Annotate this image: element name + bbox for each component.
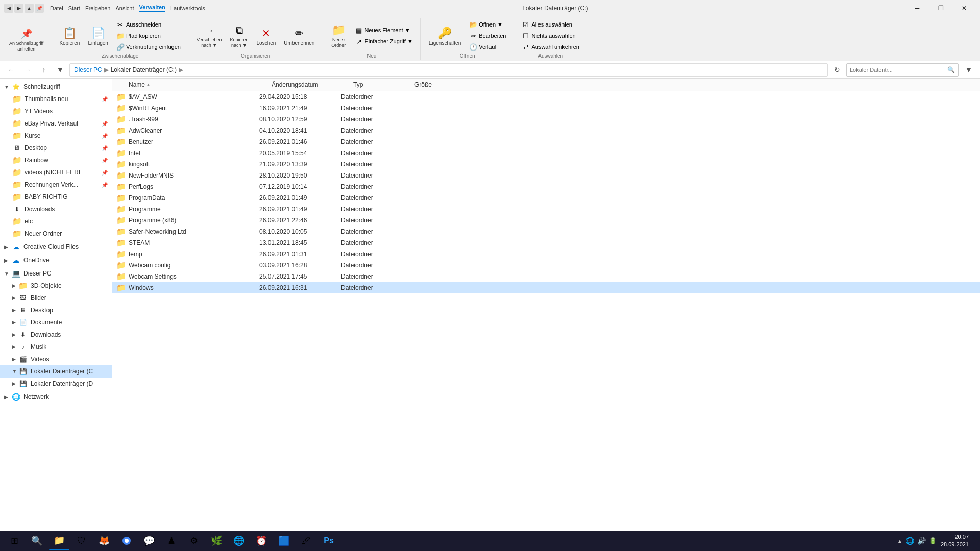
tray-network[interactable]: 🌐 xyxy=(905,537,914,545)
breadcrumb-current[interactable]: Lokaler Datenträger (C:) xyxy=(111,66,177,73)
sidebar-item-rechnungen[interactable]: 📁 Rechnungen Verk... 📌 xyxy=(0,179,112,191)
quick-access-up[interactable]: ▲ xyxy=(24,4,34,13)
sidebar-group-dieser-pc[interactable]: ▼ 💻 Dieser PC xyxy=(0,267,112,280)
table-row[interactable]: 📁 temp 26.09.2021 01:31 Dateiordner xyxy=(112,248,980,260)
ribbon-btn-kopieren2[interactable]: ⧉ Kopierennach ▼ xyxy=(227,21,251,50)
ribbon-btn-ausschneiden[interactable]: ✂ Ausschneiden xyxy=(113,19,184,30)
ribbon-btn-loeschen[interactable]: ✕ Löschen xyxy=(254,24,279,47)
ribbon-btn-eigenschaften[interactable]: 🔑 Eigenschaften xyxy=(426,24,464,47)
ribbon-tab-start[interactable]: Start xyxy=(68,5,80,11)
ribbon-btn-verknuepfung[interactable]: 🔗 Verknüpfung einfügen xyxy=(113,42,184,52)
ribbon-btn-verschieben[interactable]: → Verschiebennach ▼ xyxy=(193,21,225,50)
table-row[interactable]: 📁 .Trash-999 08.10.2020 12:59 Dateiordne… xyxy=(112,114,980,125)
app-9[interactable]: ⚙ xyxy=(184,531,204,550)
ribbon-tab-ansicht[interactable]: Ansicht xyxy=(115,5,134,11)
firefox-button[interactable]: 🦊 xyxy=(94,531,114,550)
ribbon-tab-laufwerktools[interactable]: Laufwerktools xyxy=(170,5,205,11)
search-bar[interactable]: 🔍 xyxy=(846,63,959,77)
tray-battery[interactable]: 🔋 xyxy=(929,537,937,544)
ribbon-btn-kopieren[interactable]: 📋 Kopieren xyxy=(56,24,83,47)
table-row[interactable]: 📁 Safer-Networking Ltd 08.10.2020 10:05 … xyxy=(112,226,980,237)
photoshop-button[interactable]: Ps xyxy=(318,531,339,550)
back-button[interactable]: ← xyxy=(4,63,18,77)
ribbon-btn-bearbeiten[interactable]: ✏ Bearbeiten xyxy=(466,31,509,41)
sidebar-group-schnellzugriff[interactable]: ▼ ⭐ Schnellzugriff xyxy=(0,81,112,93)
quick-access-back[interactable]: ◀ xyxy=(4,4,13,13)
ribbon-tab-datei[interactable]: Datei xyxy=(50,5,63,11)
chrome-button[interactable] xyxy=(116,531,137,550)
refresh-button[interactable]: ↻ xyxy=(830,63,844,77)
start-button[interactable]: ⊞ xyxy=(4,531,24,550)
col-header-name[interactable]: Name ▲ xyxy=(127,80,270,89)
ribbon-tab-freigeben[interactable]: Freigeben xyxy=(85,5,111,11)
sidebar-group-onedrive[interactable]: ▶ ☁ OneDrive xyxy=(0,254,112,266)
app-11[interactable]: 🌐 xyxy=(229,531,249,550)
ribbon-btn-pfad[interactable]: 📁 Pfad kopieren xyxy=(113,31,184,41)
sidebar-item-desktop-pc[interactable]: ▶ 🖥 Desktop xyxy=(0,304,112,316)
table-row[interactable]: 📁 PerfLogs 07.12.2019 10:14 Dateiordner xyxy=(112,181,980,192)
sidebar-group-netzwerk[interactable]: ▶ 🌐 Netzwerk xyxy=(0,391,112,403)
app-shield[interactable]: 🛡 xyxy=(71,531,92,550)
sidebar-item-baby[interactable]: 📁 BABY RICHTIG xyxy=(0,191,112,203)
sidebar-item-yt-videos[interactable]: 📁 YT Videos xyxy=(0,105,112,117)
ribbon-btn-oeffnen[interactable]: 📂 Öffnen ▼ xyxy=(466,19,509,30)
sidebar-item-videos[interactable]: 📁 videos (NICHT FERI 📌 xyxy=(0,166,112,179)
sidebar-item-dokumente[interactable]: ▶ 📄 Dokumente xyxy=(0,316,112,329)
steam-button[interactable]: ♟ xyxy=(161,531,182,550)
explorer-button[interactable]: 📁 xyxy=(49,531,69,550)
sidebar-item-lok-d[interactable]: ▶ 💾 Lokaler Datenträger (D xyxy=(0,378,112,390)
sidebar-item-kurse[interactable]: 📁 Kurse 📌 xyxy=(0,130,112,142)
ribbon-btn-neuer-ordner[interactable]: 📁 NeuerOrdner xyxy=(327,21,350,50)
tray-expand[interactable]: ▲ xyxy=(897,538,902,544)
ribbon-tab-verwalten[interactable]: Verwalten xyxy=(139,4,165,12)
sidebar-item-thumbnails[interactable]: 📁 Thumbnails neu 📌 xyxy=(0,93,112,105)
col-header-size[interactable]: Größe xyxy=(412,80,463,89)
search-input[interactable] xyxy=(850,67,939,73)
sidebar-item-neuer-ordner[interactable]: 📁 Neuer Ordner xyxy=(0,228,112,240)
sidebar-item-lok-c[interactable]: ▼ 💾 Lokaler Datenträger (C xyxy=(0,365,112,378)
quick-access-pin[interactable]: 📌 xyxy=(35,4,44,13)
ribbon-btn-einfacher-zugriff[interactable]: ↗ Einfacher Zugriff ▼ xyxy=(352,36,415,46)
breadcrumb[interactable]: Dieser PC ▶ Lokaler Datenträger (C:) ▶ xyxy=(69,63,828,77)
ribbon-btn-einfuegen[interactable]: 📄 Einfügen xyxy=(85,24,111,47)
sidebar-item-downloads-pc[interactable]: ▶ ⬇ Downloads xyxy=(0,329,112,341)
close-button[interactable]: ✕ xyxy=(952,0,976,16)
sidebar-group-creative-cloud[interactable]: ▶ ☁ Creative Cloud Files xyxy=(0,241,112,253)
app-14[interactable]: 🖊 xyxy=(296,531,316,550)
taskbar-clock[interactable]: 20:07 28.09.2021 xyxy=(941,533,969,549)
app-12[interactable]: ⏰ xyxy=(251,531,272,550)
sidebar-item-etc[interactable]: 📁 etc xyxy=(0,215,112,228)
up-button[interactable]: ↑ xyxy=(37,63,51,77)
ribbon-btn-verlauf[interactable]: 🕐 Verlauf xyxy=(466,42,509,52)
sidebar-item-musik[interactable]: ▶ ♪ Musik xyxy=(0,341,112,353)
breadcrumb-pc[interactable]: Dieser PC xyxy=(74,66,102,73)
table-row[interactable]: 📁 Programme (x86) 26.09.2021 22:46 Datei… xyxy=(112,215,980,226)
table-row[interactable]: 📁 Intel 20.05.2019 15:54 Dateiordner xyxy=(112,147,980,159)
table-row[interactable]: 📁 Programme 26.09.2021 01:49 Dateiordner xyxy=(112,204,980,215)
app-13[interactable]: 🟦 xyxy=(274,531,294,550)
sidebar-item-videos-pc[interactable]: ▶ 🎬 Videos xyxy=(0,353,112,365)
ribbon-btn-neues-element[interactable]: ▤ Neues Element ▼ xyxy=(352,25,415,35)
sidebar-item-ebay[interactable]: 📁 eBay Privat Verkauf 📌 xyxy=(0,117,112,130)
ribbon-btn-anheften[interactable]: 📌 An Schnellzugriffanheften xyxy=(6,25,46,54)
quick-access-forward[interactable]: ▶ xyxy=(14,4,23,13)
ribbon-btn-nichts[interactable]: ☐ Nichts auswählen xyxy=(519,31,582,41)
table-row[interactable]: 📁 Webcam Settings 25.07.2021 17:45 Datei… xyxy=(112,271,980,282)
table-row[interactable]: 📁 AdwCleaner 04.10.2020 18:41 Dateiordne… xyxy=(112,125,980,136)
show-desktop[interactable] xyxy=(973,531,976,550)
table-row[interactable]: 📁 Benutzer 26.09.2021 01:46 Dateiordner xyxy=(112,136,980,147)
table-row[interactable]: 📁 kingsoft 21.09.2020 13:39 Dateiordner xyxy=(112,159,980,170)
ribbon-btn-umbenennen[interactable]: ✏ Umbenennen xyxy=(281,24,317,47)
table-row[interactable]: 📁 Webcam config 03.09.2021 16:28 Dateior… xyxy=(112,260,980,271)
sidebar-item-downloads[interactable]: ⬇ Downloads xyxy=(0,203,112,215)
recent-locations-button[interactable]: ▼ xyxy=(53,63,67,77)
col-header-type[interactable]: Typ xyxy=(351,80,412,89)
ribbon-btn-umkehren[interactable]: ⇄ Auswahl umkehren xyxy=(519,42,582,52)
search-button[interactable]: 🔍 xyxy=(27,531,47,550)
table-row[interactable]: 📁 $WinREAgent 16.09.2021 21:49 Dateiordn… xyxy=(112,103,980,114)
nav-dropdown-button[interactable]: ▼ xyxy=(962,63,976,77)
table-row[interactable]: 📁 NewFolderMNIS 28.10.2020 19:50 Dateior… xyxy=(112,170,980,181)
discord-button[interactable]: 💬 xyxy=(139,531,159,550)
table-row[interactable]: 📁 $AV_ASW 29.04.2020 15:18 Dateiordner xyxy=(112,91,980,103)
table-row[interactable]: 📁 STEAM 13.01.2021 18:45 Dateiordner xyxy=(112,237,980,248)
